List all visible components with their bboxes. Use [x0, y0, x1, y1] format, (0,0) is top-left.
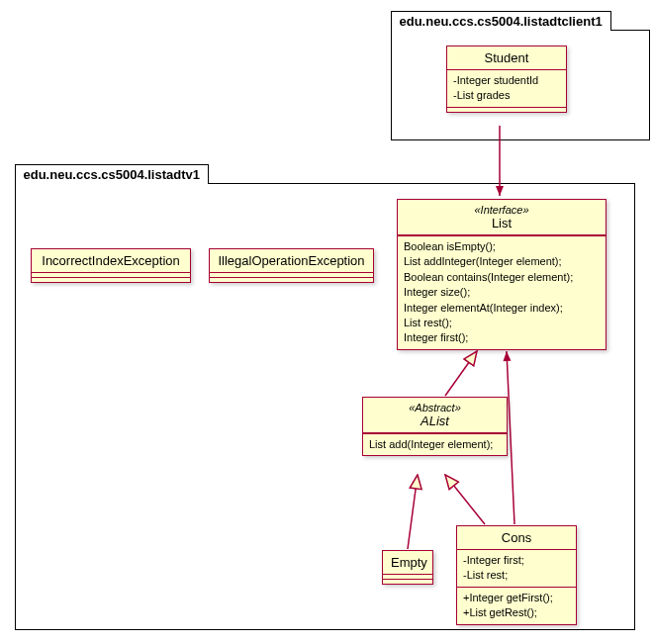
method: Integer first(); — [404, 330, 600, 345]
section — [383, 579, 432, 584]
method: +Integer getFirst(); — [463, 591, 570, 605]
class-cons-fields: -Integer first; -List rest; — [457, 550, 576, 587]
class-illegal-op-title: IllegalOperationException — [210, 249, 373, 273]
package-adt-tab: edu.neu.ccs.cs5004.listadtv1 — [15, 164, 209, 184]
method: List add(Integer element); — [369, 437, 501, 452]
class-alist-name: AList — [371, 414, 499, 428]
method: Boolean contains(Integer element); — [404, 270, 600, 285]
field: -Integer first; — [463, 553, 570, 568]
class-student: Student -Integer studentId -List grades — [446, 46, 567, 113]
package-adt: edu.neu.ccs.cs5004.listadtv1 IncorrectIn… — [15, 183, 635, 630]
class-cons-title: Cons — [457, 526, 576, 550]
class-list-name: List — [406, 216, 598, 230]
method: List rest(); — [404, 316, 600, 330]
class-student-name: Student — [455, 50, 558, 65]
class-incorrect-index: IncorrectIndexException — [31, 248, 191, 283]
class-illegal-op-name: IllegalOperationException — [218, 253, 365, 268]
package-client-name: edu.neu.ccs.cs5004.listadtclient1 — [400, 14, 603, 29]
class-illegal-op: IllegalOperationException — [209, 248, 374, 283]
class-cons: Cons -Integer first; -List rest; +Intege… — [456, 525, 577, 625]
package-client: edu.neu.ccs.cs5004.listadtclient1 Studen… — [391, 30, 650, 140]
field: -List rest; — [463, 568, 570, 583]
class-list-stereo: «Interface» — [406, 204, 598, 216]
method: +List getRest(); — [463, 605, 570, 620]
method: Boolean isEmpty(); — [404, 239, 600, 254]
class-empty: Empty — [382, 550, 433, 585]
package-adt-name: edu.neu.ccs.cs5004.listadtv1 — [24, 167, 200, 182]
section — [210, 277, 373, 282]
method: Integer elementAt(Integer index); — [404, 301, 600, 316]
class-incorrect-index-title: IncorrectIndexException — [32, 249, 190, 273]
class-student-methods — [447, 107, 566, 112]
class-list: «Interface» List Boolean isEmpty(); List… — [397, 199, 607, 350]
class-cons-methods: +Integer getFirst(); +List getRest(); — [457, 587, 576, 624]
class-student-fields: -Integer studentId -List grades — [447, 70, 566, 107]
package-client-tab: edu.neu.ccs.cs5004.listadtclient1 — [391, 11, 611, 31]
class-list-methods: Boolean isEmpty(); List addInteger(Integ… — [398, 235, 606, 349]
class-empty-name: Empty — [391, 555, 424, 570]
class-alist: «Abstract» AList List add(Integer elemen… — [362, 397, 508, 456]
class-list-title: «Interface» List — [398, 200, 606, 235]
class-alist-title: «Abstract» AList — [363, 398, 507, 433]
class-alist-methods: List add(Integer element); — [363, 433, 507, 455]
field: -Integer studentId — [453, 73, 560, 88]
field: -List grades — [453, 88, 560, 103]
class-incorrect-index-name: IncorrectIndexException — [40, 253, 182, 268]
method: Integer size(); — [404, 285, 600, 300]
class-student-title: Student — [447, 46, 566, 70]
method: List addInteger(Integer element); — [404, 254, 600, 269]
class-alist-stereo: «Abstract» — [371, 402, 499, 414]
class-cons-name: Cons — [465, 530, 568, 545]
class-empty-title: Empty — [383, 551, 432, 575]
section — [32, 277, 190, 282]
